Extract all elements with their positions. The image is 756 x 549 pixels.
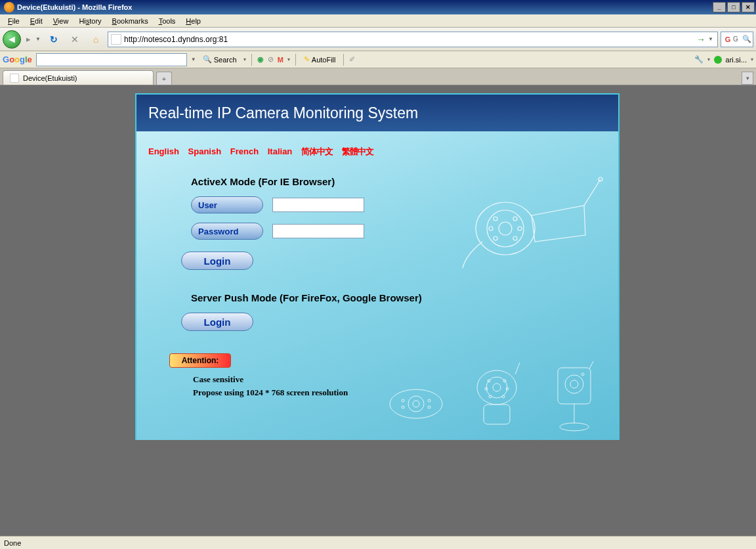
password-label: Password	[191, 223, 263, 240]
svg-point-6	[513, 236, 517, 240]
url-bar[interactable]: → ▼	[108, 32, 718, 47]
autofill-icon: ✎	[304, 55, 310, 64]
menu-bar: File Edit View History Bookmarks Tools H…	[0, 14, 756, 28]
tab-favicon	[10, 74, 19, 83]
menu-history[interactable]: History	[74, 16, 106, 26]
window-titlebar: Device(Etukuisti) - Mozilla Firefox _ □ …	[0, 0, 756, 14]
svg-point-15	[428, 399, 430, 402]
user-label: User	[191, 196, 263, 213]
tab-label: Device(Etukuisti)	[23, 74, 77, 82]
lang-english[interactable]: English	[148, 146, 179, 156]
status-dot-icon	[714, 56, 722, 64]
section-serverpush-title: Server Push Mode (For FireFox, Google Br…	[191, 292, 606, 303]
svg-rect-29	[558, 368, 591, 404]
window-title: Device(Etukuisti) - Mozilla Firefox	[17, 3, 713, 11]
svg-point-13	[413, 401, 419, 407]
plus-icon[interactable]: ◉	[257, 55, 264, 64]
close-button[interactable]: ✕	[742, 2, 755, 12]
page-body: English Spanish French Italian 简体中文 繁體中文…	[136, 131, 618, 440]
svg-point-8	[518, 227, 522, 231]
status-text: Done	[4, 539, 21, 547]
svg-point-19	[486, 377, 507, 398]
login-button-activex[interactable]: Login	[181, 252, 253, 270]
toolbar-user[interactable]: ari.si...	[726, 56, 747, 64]
back-button[interactable]: ◄	[3, 30, 21, 49]
svg-point-2	[499, 222, 512, 235]
menu-tools[interactable]: Tools	[154, 16, 181, 26]
tab-device[interactable]: Device(Etukuisti)	[3, 70, 154, 85]
svg-point-31	[570, 380, 578, 388]
svg-point-16	[402, 406, 404, 408]
svg-point-14	[402, 399, 404, 402]
status-bar: Done	[0, 536, 756, 549]
minimize-button[interactable]: _	[713, 2, 726, 12]
svg-point-32	[581, 373, 584, 376]
lang-french[interactable]: French	[230, 146, 259, 156]
svg-line-28	[515, 362, 520, 374]
firefox-icon	[4, 2, 14, 12]
highlighter-icon[interactable]: ✐	[349, 55, 355, 64]
new-tab-button[interactable]: +	[156, 72, 172, 85]
menu-help[interactable]: Help	[180, 16, 206, 26]
svg-point-4	[513, 217, 517, 221]
language-row: English Spanish French Italian 简体中文 繁體中文	[148, 146, 606, 158]
login-button-serverpush[interactable]: Login	[181, 313, 253, 331]
google-search-icon: G	[723, 34, 733, 45]
svg-point-12	[408, 396, 424, 412]
menu-edit[interactable]: Edit	[25, 16, 48, 26]
go-button[interactable]: →	[696, 34, 705, 45]
url-input[interactable]	[124, 33, 694, 46]
camera-illustration-main	[446, 169, 610, 274]
google-toolbar: Google ▼ 🔍 Search ▾ ◉ ⊘ M ▾ ✎ AutoFill ✐…	[0, 51, 756, 68]
home-button[interactable]: ⌂	[89, 33, 102, 46]
google-toolbar-search[interactable]	[36, 53, 187, 66]
tabs-overflow-button[interactable]: ▾	[742, 72, 753, 85]
page-header: Real-time IP Camera Monitoring System	[136, 95, 618, 131]
maximize-button[interactable]: □	[727, 2, 740, 12]
nav-toolbar: ◄ ▸ ▼ ↻ ✕ ⌂ → ▼ G G 🔍	[0, 28, 756, 51]
autofill-button[interactable]: ✎ AutoFill	[301, 54, 339, 65]
menu-view[interactable]: View	[48, 16, 74, 26]
wrench-icon[interactable]: 🔧	[694, 55, 704, 64]
gmail-icon[interactable]: M	[278, 56, 284, 64]
user-input[interactable]	[272, 198, 364, 212]
toolbar-search-button[interactable]: 🔍 Search	[200, 54, 240, 65]
content-area: Real-time IP Camera Monitoring System En…	[0, 85, 756, 536]
camera-illustrations-bottom	[375, 355, 612, 433]
stop-button[interactable]: ✕	[68, 33, 81, 46]
lang-italian[interactable]: Italian	[268, 146, 293, 156]
lang-simplified-chinese[interactable]: 简体中文	[301, 146, 333, 156]
tab-bar: Device(Etukuisti) + ▾	[0, 68, 756, 85]
block-icon[interactable]: ⊘	[268, 55, 274, 64]
google-toolbar-logo: Google	[3, 55, 32, 64]
svg-line-35	[589, 361, 594, 369]
forward-button[interactable]: ▸	[24, 33, 33, 46]
search-icon: 🔍	[203, 55, 212, 64]
password-input[interactable]	[272, 224, 364, 238]
url-dropdown[interactable]: ▼	[708, 36, 715, 42]
svg-point-3	[494, 217, 497, 221]
svg-point-11	[390, 389, 442, 418]
svg-point-7	[489, 227, 493, 231]
menu-bookmarks[interactable]: Bookmarks	[107, 16, 154, 26]
svg-line-9	[584, 179, 600, 206]
ipcamera-page: Real-time IP Camera Monitoring System En…	[135, 93, 620, 440]
search-box[interactable]: G G 🔍	[721, 32, 753, 47]
site-favicon	[111, 34, 121, 45]
svg-point-18	[477, 370, 516, 405]
svg-point-17	[428, 406, 430, 408]
menu-file[interactable]: File	[3, 16, 25, 26]
svg-point-5	[494, 236, 497, 240]
svg-point-20	[493, 384, 501, 391]
page-title: Real-time IP Camera Monitoring System	[148, 104, 418, 122]
history-dropdown[interactable]: ▼	[35, 36, 42, 42]
reload-button[interactable]: ↻	[47, 33, 60, 46]
lang-spanish[interactable]: Spanish	[188, 146, 222, 156]
svg-point-34	[560, 423, 589, 431]
lang-traditional-chinese[interactable]: 繁體中文	[342, 146, 373, 156]
attention-badge: Attention:	[169, 353, 231, 368]
svg-point-30	[565, 375, 583, 393]
svg-rect-27	[484, 405, 510, 424]
